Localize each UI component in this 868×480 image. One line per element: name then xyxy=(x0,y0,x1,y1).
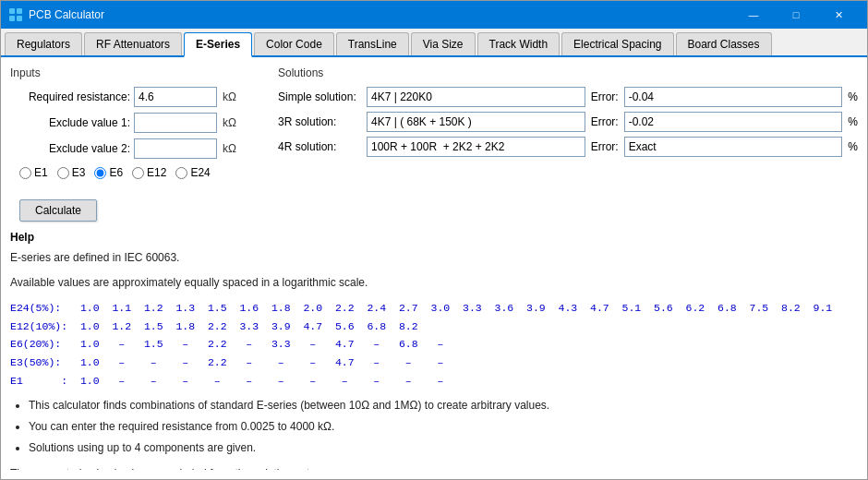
bullet-list: This calculator finds combinations of st… xyxy=(29,397,850,458)
window-title: PCB Calculator xyxy=(29,8,732,21)
r4-error-input[interactable] xyxy=(624,137,843,157)
svg-rect-2 xyxy=(9,16,15,21)
tab-color-code[interactable]: Color Code xyxy=(254,32,334,55)
r4-solution-input[interactable] xyxy=(367,137,585,157)
solutions-label: Solutions xyxy=(278,66,858,79)
close-button[interactable]: ✕ xyxy=(817,1,860,29)
main-window: PCB Calculator — □ ✕ Regulators RF Atten… xyxy=(0,0,868,480)
tab-via-size[interactable]: Via Size xyxy=(411,32,476,55)
exclude-value-1-input[interactable] xyxy=(134,113,217,133)
inputs-label: Inputs xyxy=(10,66,259,79)
eseries-e3-row: E3(50%): 1.0 – – – 2.2 – – – 4.7 – – – xyxy=(10,354,850,372)
calculate-button[interactable]: Calculate xyxy=(19,199,97,222)
svg-rect-0 xyxy=(9,8,15,14)
help-intro-2: Available values are approximately equal… xyxy=(10,274,850,292)
title-bar: PCB Calculator — □ ✕ xyxy=(1,1,867,29)
bullet-item-1: This calculator finds combinations of st… xyxy=(29,397,850,414)
r4-percent: % xyxy=(848,140,858,153)
tab-rf-attenuators[interactable]: RF Attenuators xyxy=(84,32,182,55)
eseries-e24-row: E24(5%): 1.0 1.1 1.2 1.3 1.5 1.6 1.8 2.0… xyxy=(10,299,850,318)
r3-solution-input[interactable] xyxy=(367,112,585,132)
maximize-button[interactable]: □ xyxy=(775,1,817,29)
simple-error-label: Error: xyxy=(591,90,619,103)
tab-regulators[interactable]: Regulators xyxy=(5,32,82,55)
tab-board-classes[interactable]: Board Classes xyxy=(676,32,772,55)
main-content: Inputs Required resistance: kΩ Exclude v… xyxy=(1,57,867,479)
r3-error-label: Error: xyxy=(591,115,619,128)
tab-transline[interactable]: TransLine xyxy=(336,32,409,55)
required-resistance-unit: kΩ xyxy=(223,90,236,103)
r3-error-input[interactable] xyxy=(624,112,843,132)
app-icon xyxy=(8,7,23,22)
svg-rect-1 xyxy=(17,8,22,14)
r4-error-label: Error: xyxy=(591,140,619,153)
exclude-value-1-label: Exclude value 1: xyxy=(10,116,130,129)
simple-solution-row: Simple solution: Error: % xyxy=(278,87,858,107)
tab-e-series[interactable]: E-Series xyxy=(184,32,252,57)
help-label: Help xyxy=(10,231,858,244)
simple-solution-input[interactable] xyxy=(367,87,585,107)
eseries-e6-row: E6(20%): 1.0 – 1.5 – 2.2 – 3.3 – 4.7 – 6… xyxy=(10,335,850,354)
help-footer: The requested value is always excluded f… xyxy=(10,465,850,470)
exclude-value-2-label: Exclude value 2: xyxy=(10,142,130,155)
inputs-panel: Inputs Required resistance: kΩ Exclude v… xyxy=(10,66,259,222)
exclude-value-2-row: Exclude value 2: kΩ xyxy=(10,138,259,159)
help-intro-1: E-series are defined in IEC 60063. xyxy=(10,249,850,267)
simple-solution-label: Simple solution: xyxy=(278,90,361,103)
solutions-panel: Solutions Simple solution: Error: % 3R s… xyxy=(278,66,858,222)
radio-e3[interactable]: E3 xyxy=(57,166,86,179)
r3-solution-row: 3R solution: Error: % xyxy=(278,112,858,132)
tab-bar: Regulators RF Attenuators E-Series Color… xyxy=(1,29,867,57)
radio-e6[interactable]: E6 xyxy=(94,166,123,179)
simple-percent: % xyxy=(848,90,858,103)
eseries-table: E24(5%): 1.0 1.1 1.2 1.3 1.5 1.6 1.8 2.0… xyxy=(10,299,850,390)
exclude-value-1-row: Exclude value 1: kΩ xyxy=(10,113,259,133)
exclude-value-2-input[interactable] xyxy=(134,138,217,159)
minimize-button[interactable]: — xyxy=(732,1,775,29)
radio-e12[interactable]: E12 xyxy=(132,166,166,179)
r4-solution-label: 4R solution: xyxy=(278,140,361,153)
window-controls: — □ ✕ xyxy=(732,1,860,29)
radio-e1[interactable]: E1 xyxy=(19,166,48,179)
bullet-item-2: You can enter the required resistance fr… xyxy=(29,418,850,436)
required-resistance-label: Required resistance: xyxy=(10,90,130,103)
required-resistance-input[interactable] xyxy=(134,87,217,107)
series-radio-group: E1 E3 E6 E12 E24 xyxy=(10,166,259,179)
help-content[interactable]: E-series are defined in IEC 60063. Avail… xyxy=(10,249,858,470)
bullet-item-3: Solutions using up to 4 components are g… xyxy=(29,439,850,457)
top-section: Inputs Required resistance: kΩ Exclude v… xyxy=(10,66,858,222)
r3-solution-label: 3R solution: xyxy=(278,115,361,128)
required-resistance-row: Required resistance: kΩ xyxy=(10,87,259,107)
svg-rect-3 xyxy=(17,16,22,21)
r3-percent: % xyxy=(848,115,858,128)
tab-electrical-spacing[interactable]: Electrical Spacing xyxy=(561,32,673,55)
eseries-e1-row: E1 : 1.0 – – – – – – – – – – – xyxy=(10,372,850,390)
eseries-e12-row: E12(10%): 1.0 1.2 1.5 1.8 2.2 3.3 3.9 4.… xyxy=(10,318,850,336)
exclude-value-2-unit: kΩ xyxy=(223,142,236,155)
r4-solution-row: 4R solution: Error: % xyxy=(278,137,858,157)
help-section: Help E-series are defined in IEC 60063. … xyxy=(10,231,858,470)
exclude-value-1-unit: kΩ xyxy=(223,116,236,129)
radio-e24[interactable]: E24 xyxy=(175,166,210,179)
tab-track-width[interactable]: Track Width xyxy=(477,32,561,55)
simple-error-input[interactable] xyxy=(624,87,843,107)
